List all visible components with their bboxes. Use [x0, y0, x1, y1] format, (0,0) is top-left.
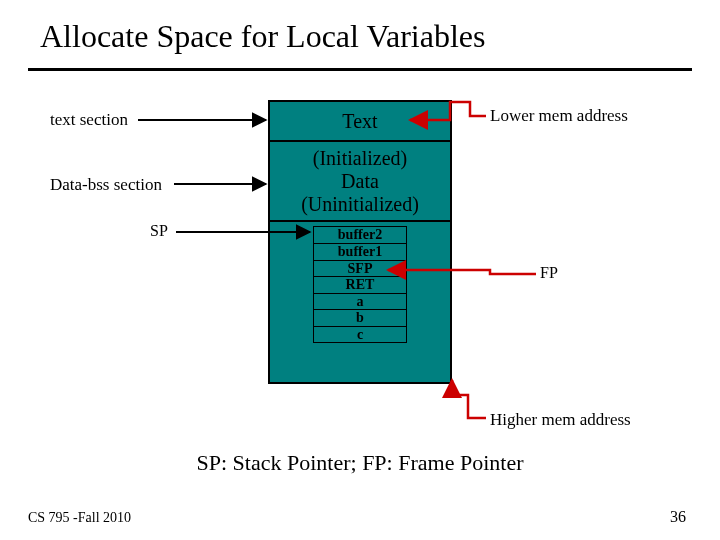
arrow-higher-addr [452, 380, 486, 418]
label-fp: FP [540, 264, 558, 282]
label-sp: SP [150, 222, 168, 240]
segment-data: (Initialized) Data (Uninitialized) [270, 142, 450, 222]
memory-column: Text (Initialized) Data (Uninitialized) … [268, 100, 452, 384]
label-lower-addr: Lower mem address [490, 106, 628, 126]
stack-frame-table: buffer2 buffer1 SFP RET a b c [313, 226, 407, 343]
stack-a: a [314, 293, 407, 309]
footer-page: 36 [670, 508, 686, 526]
stack-buffer1: buffer1 [314, 244, 407, 261]
stack-b: b [314, 310, 407, 326]
label-text-section: text section [50, 110, 128, 130]
label-data-section: Data-bss section [50, 175, 162, 195]
stack-buffer2: buffer2 [314, 227, 407, 244]
caption: SP: Stack Pointer; FP: Frame Pointer [0, 450, 720, 476]
footer-course: CS 795 -Fall 2010 [28, 510, 131, 526]
label-higher-addr: Higher mem address [490, 410, 631, 430]
slide-title: Allocate Space for Local Variables [40, 18, 485, 55]
stack-c: c [314, 326, 407, 342]
segment-text: Text [270, 102, 450, 142]
segment-stack: buffer2 buffer1 SFP RET a b c [270, 222, 450, 382]
title-rule [28, 68, 692, 71]
stack-ret: RET [314, 277, 407, 293]
stack-sfp: SFP [314, 261, 407, 277]
